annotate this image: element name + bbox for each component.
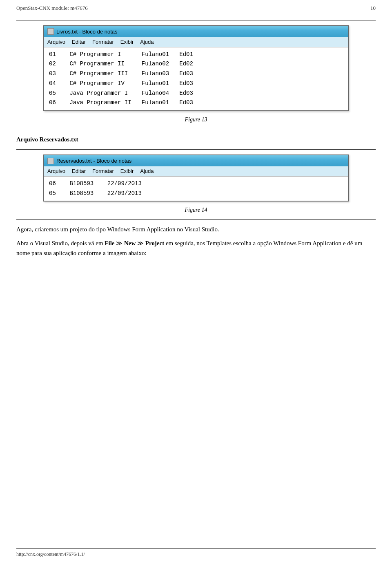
new-label: New <box>124 240 136 246</box>
menu-editar[interactable]: Editar <box>72 38 86 46</box>
figure14-title: Reservados.txt - Bloco de notas <box>56 157 131 165</box>
menu-ajuda[interactable]: Ajuda <box>140 38 154 46</box>
menu2-exibir[interactable]: Exibir <box>120 167 134 175</box>
menu-formatar[interactable]: Formatar <box>92 38 114 46</box>
file-label: File <box>105 240 114 246</box>
top-divider <box>16 20 376 20</box>
paragraph2-prefix: Abra o Visual Studio, depois vá em <box>16 240 105 246</box>
project-label: Project <box>145 240 164 246</box>
figure14-content: 06 B108593 22/09/2013 05 B108593 22/09/2… <box>44 177 348 201</box>
figure13-container: Livros.txt - Bloco de notas Arquivo Edit… <box>43 25 349 124</box>
chevron2: ≫ <box>136 240 145 246</box>
divider-2 <box>16 149 376 150</box>
paragraph1: Agora, criaremos um projeto do tipo Wind… <box>16 224 376 234</box>
menu-exibir[interactable]: Exibir <box>120 38 134 46</box>
menu2-arquivo[interactable]: Arquivo <box>47 167 65 175</box>
figure14-titlebar: Reservados.txt - Bloco de notas <box>44 155 348 167</box>
figure14-caption: Figure 14 <box>185 206 207 214</box>
notepad-icon <box>47 28 54 35</box>
divider-3 <box>16 219 376 219</box>
divider-1 <box>16 129 376 129</box>
module-title: OpenStax-CNX module: m47676 <box>16 4 88 12</box>
notepad-icon-2 <box>47 158 54 164</box>
section-label: Arquivo Reservados.txt <box>16 135 376 144</box>
paragraph2: Abra o Visual Studio, depois vá em File … <box>16 238 376 258</box>
page-footer: http://cnx.org/content/m47676/1.1/ <box>16 549 376 558</box>
menu2-editar[interactable]: Editar <box>72 167 86 175</box>
menu2-formatar[interactable]: Formatar <box>92 167 114 175</box>
page-number: 10 <box>370 4 376 12</box>
menu2-ajuda[interactable]: Ajuda <box>140 167 154 175</box>
figure14-menubar: Arquivo Editar Formatar Exibir Ajuda <box>44 166 348 177</box>
figure13-notepad: Livros.txt - Bloco de notas Arquivo Edit… <box>43 25 349 112</box>
figure13-titlebar: Livros.txt - Bloco de notas <box>44 26 348 38</box>
figure13-menubar: Arquivo Editar Formatar Exibir Ajuda <box>44 37 348 47</box>
footer-url: http://cnx.org/content/m47676/1.1/ <box>16 551 85 557</box>
figure13-content: 01 C# Programmer I Fulano01 Ed01 02 C# P… <box>44 47 348 111</box>
figure14-container: Reservados.txt - Bloco de notas Arquivo … <box>43 154 349 215</box>
chevron1: ≫ <box>114 240 124 246</box>
paragraph1-text: Agora, criaremos um projeto do tipo Wind… <box>16 226 219 233</box>
figure13-title: Livros.txt - Bloco de notas <box>56 28 118 36</box>
figure14-notepad: Reservados.txt - Bloco de notas Arquivo … <box>43 154 349 202</box>
menu-arquivo[interactable]: Arquivo <box>47 38 65 46</box>
figure13-caption: Figure 13 <box>185 115 207 124</box>
page-header: OpenStax-CNX module: m47676 10 <box>16 4 376 15</box>
